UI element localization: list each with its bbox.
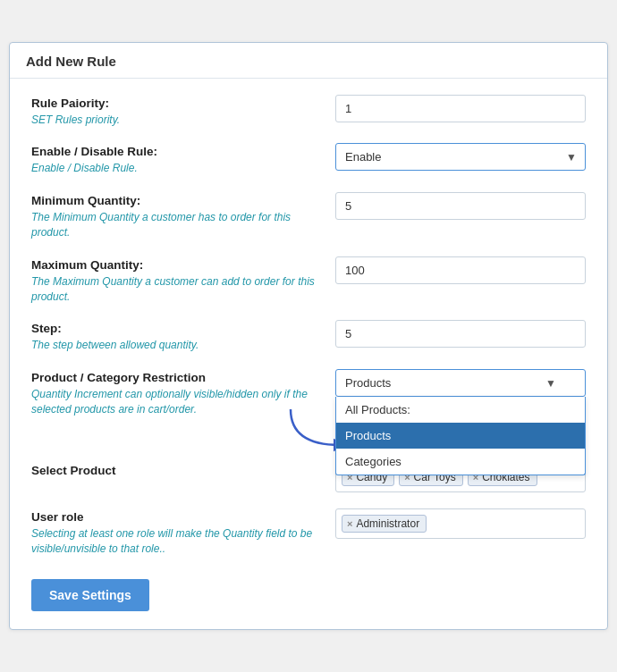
dropdown-option-products[interactable]: Products: [336, 423, 585, 449]
tag-administrator-remove[interactable]: ×: [347, 518, 352, 529]
step-label-col: Step: The step between allowed quantity.: [31, 320, 335, 353]
tag-administrator-label: Administrator: [356, 517, 419, 530]
rule-priority-label-col: Rule Paiority: SET Rules priority.: [31, 95, 335, 128]
save-section: Save Settings: [31, 572, 586, 611]
rule-priority-label: Rule Paiority:: [31, 97, 321, 110]
product-category-hint: Quantity Increment can optionally visibl…: [31, 388, 308, 416]
user-role-label-col: User role Selecting at least one role wi…: [31, 508, 335, 557]
add-new-rule-panel: Add New Rule Rule Paiority: SET Rules pr…: [9, 42, 608, 631]
step-control: [335, 320, 586, 348]
max-quantity-input[interactable]: [335, 256, 586, 284]
tag-administrator: × Administrator: [342, 515, 427, 533]
product-category-dropdown-trigger[interactable]: Products ▼: [335, 369, 586, 397]
min-quantity-control: [335, 192, 586, 220]
min-quantity-label-col: Minimum Quantity: The Minimum Quantity a…: [31, 192, 335, 240]
enable-disable-select[interactable]: Enable Disable: [335, 143, 586, 171]
enable-disable-hint: Enable / Disable Rule.: [31, 162, 138, 174]
max-quantity-hint: The Maximum Quantity a customer can add …: [31, 275, 315, 303]
enable-disable-row: Enable / Disable Rule: Enable / Disable …: [31, 143, 586, 176]
product-category-row: Product / Category Restriction Quantity …: [31, 369, 586, 417]
rule-priority-input[interactable]: [335, 95, 586, 122]
enable-disable-control: Enable Disable ▼: [335, 143, 586, 171]
product-category-chevron-icon: ▼: [545, 377, 556, 390]
step-input[interactable]: [335, 320, 586, 348]
rule-priority-input-col: [335, 95, 586, 122]
dropdown-option-categories[interactable]: Categories: [336, 449, 585, 475]
dropdown-option-all-products[interactable]: All Products:: [336, 397, 585, 423]
select-product-label: Select Product: [31, 464, 321, 477]
user-role-hint: Selecting at least one role will make th…: [31, 527, 312, 555]
max-quantity-control: [335, 256, 586, 284]
enable-disable-wrapper: Enable Disable ▼: [335, 143, 586, 171]
user-role-label: User role: [31, 510, 321, 524]
save-settings-button[interactable]: Save Settings: [31, 579, 149, 611]
product-category-selected-value: Products: [345, 376, 391, 390]
max-quantity-row: Maximum Quantity: The Maximum Quantity a…: [31, 256, 586, 305]
step-hint: The step between allowed quantity.: [31, 339, 199, 351]
rule-priority-hint: SET Rules priority.: [31, 113, 120, 126]
product-category-label: Product / Category Restriction: [31, 371, 321, 384]
panel-title: Add New Rule: [10, 43, 607, 79]
rule-priority-row: Rule Paiority: SET Rules priority.: [31, 95, 586, 128]
step-label: Step:: [31, 322, 321, 335]
user-role-control: × Administrator: [335, 508, 586, 539]
min-quantity-input[interactable]: [335, 192, 586, 220]
user-role-row: User role Selecting at least one role wi…: [31, 508, 586, 557]
min-quantity-label: Minimum Quantity:: [31, 194, 321, 207]
product-category-control: Products ▼ All Products: Products Catego…: [335, 369, 586, 397]
product-category-dropdown-wrapper: Products ▼ All Products: Products Catego…: [335, 369, 586, 397]
select-product-label-col: Select Product: [31, 462, 335, 480]
enable-disable-label-col: Enable / Disable Rule: Enable / Disable …: [31, 143, 335, 176]
min-quantity-hint: The Minimum Quantity a customer has to o…: [31, 211, 291, 239]
enable-disable-label: Enable / Disable Rule:: [31, 145, 321, 158]
max-quantity-label: Maximum Quantity:: [31, 258, 321, 272]
user-role-tags: × Administrator: [335, 508, 586, 539]
max-quantity-label-col: Maximum Quantity: The Maximum Quantity a…: [31, 256, 335, 305]
product-category-dropdown-menu: All Products: Products Categories: [335, 397, 586, 475]
min-quantity-row: Minimum Quantity: The Minimum Quantity a…: [31, 192, 586, 240]
step-row: Step: The step between allowed quantity.: [31, 320, 586, 353]
